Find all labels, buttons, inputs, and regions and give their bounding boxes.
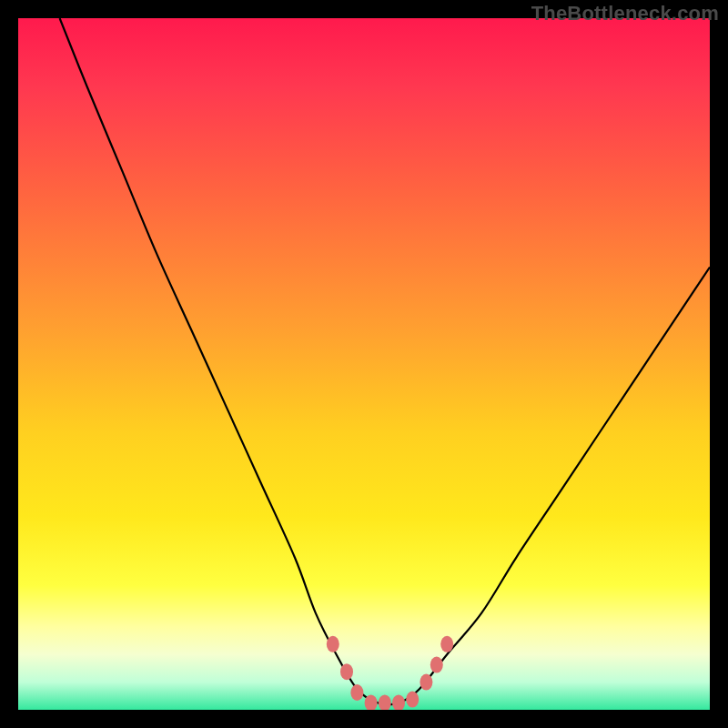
trough-marker — [406, 692, 419, 708]
chart-svg — [18, 18, 710, 710]
trough-markers — [327, 636, 453, 710]
chart-plot-area — [18, 18, 710, 710]
trough-marker — [392, 694, 405, 710]
trough-marker — [440, 636, 453, 652]
bottleneck-curve — [60, 18, 710, 704]
trough-marker — [420, 674, 432, 691]
trough-marker — [379, 694, 391, 710]
trough-marker — [350, 684, 363, 701]
chart-frame: TheBottleneck.com — [0, 0, 728, 728]
trough-marker — [327, 636, 339, 652]
trough-marker — [430, 657, 443, 673]
watermark-text: TheBottleneck.com — [531, 2, 719, 25]
trough-marker — [340, 663, 353, 680]
